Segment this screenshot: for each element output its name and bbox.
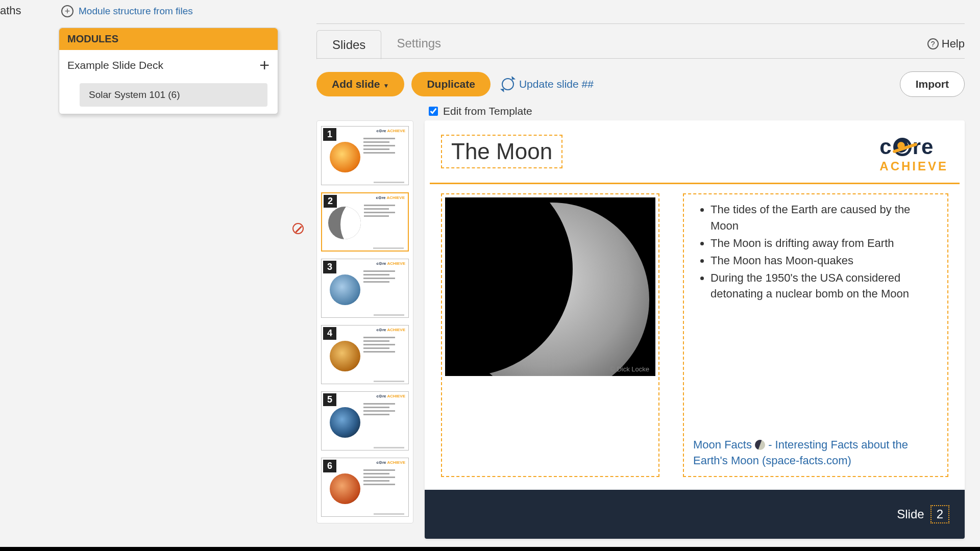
source-link[interactable]: Moon Facts - Interesting Facts about the… — [693, 437, 938, 469]
thumb-number: 3 — [323, 261, 336, 273]
slide-canvas: The Moon cre ACHIEVE © Dick Locke — [425, 120, 965, 539]
help-icon: ? — [927, 38, 939, 49]
slide-image-box[interactable]: © Dick Locke — [441, 193, 659, 477]
update-slide-link[interactable]: Update slide ## — [502, 78, 594, 90]
mini-logo: c⊙re ACHIEVE — [376, 195, 405, 200]
edit-template-row: Edit from Template — [429, 105, 965, 117]
plus-circle-icon: + — [61, 5, 74, 17]
top-divider — [316, 23, 965, 24]
thumb-6[interactable]: 6 c⊙re ACHIEVE — [321, 458, 409, 517]
help-link[interactable]: ? Help — [927, 37, 965, 51]
taskbar-edge — [0, 547, 980, 551]
edit-template-label: Edit from Template — [443, 105, 532, 117]
add-module-icon[interactable]: + — [259, 55, 270, 75]
brand-logo: cre ACHIEVE — [879, 135, 948, 173]
mini-image-sun — [330, 142, 360, 172]
bullet-item: The tides of the Earth are caused by the… — [710, 202, 938, 234]
thumb-2[interactable]: 2 c⊙re ACHIEVE — [321, 192, 409, 252]
tabs: Slides Settings — [316, 29, 456, 59]
duplicate-button[interactable]: Duplicate — [411, 72, 491, 96]
mini-image-planet — [330, 274, 360, 305]
thumb-1[interactable]: 1 c⊙re ACHIEVE — [321, 126, 409, 185]
submodule-solar-system[interactable]: Solar System 101 (6) — [80, 83, 267, 107]
tab-slides[interactable]: Slides — [316, 30, 381, 59]
bullet-item: The Moon has Moon-quakes — [710, 253, 938, 269]
image-credit: © Dick Locke — [610, 365, 649, 373]
bullet-item: The Moon is drifting away from Earth — [710, 235, 938, 252]
thumb-number: 6 — [323, 460, 336, 472]
mini-logo: c⊙re ACHIEVE — [376, 328, 405, 332]
nav-fragment: aths — [0, 4, 21, 17]
slide-title-input[interactable]: The Moon — [441, 135, 562, 168]
thumb-number: 1 — [323, 128, 336, 141]
toolbar: Add slide▼ Duplicate Update slide ## Imp… — [316, 71, 965, 97]
import-button[interactable]: Import — [900, 71, 965, 97]
slide-footer-label: Slide — [897, 507, 924, 521]
brand-core: cre — [879, 135, 948, 159]
mini-image-earth — [330, 407, 360, 438]
mini-image-venus — [330, 341, 360, 371]
module-item-deck[interactable]: Example Slide Deck + — [59, 50, 278, 80]
bullet-item: During the 1950's the USA considered det… — [710, 270, 938, 303]
no-drop-icon — [292, 223, 304, 234]
thumb-4[interactable]: 4 c⊙re ACHIEVE — [321, 325, 409, 384]
moon-image: © Dick Locke — [445, 197, 655, 376]
thumb-number: 4 — [323, 327, 336, 340]
mini-logo: c⊙re ACHIEVE — [376, 460, 405, 465]
module-structure-label[interactable]: Module structure from files — [79, 6, 193, 17]
bullet-list: The tides of the Earth are caused by the… — [693, 202, 938, 303]
thumb-3[interactable]: 3 c⊙re ACHIEVE — [321, 259, 409, 318]
tab-settings[interactable]: Settings — [381, 29, 456, 59]
slide-text-box[interactable]: The tides of the Earth are caused by the… — [683, 193, 948, 477]
modules-header: MODULES — [59, 28, 278, 50]
slide-footer: Slide 2 — [425, 490, 965, 539]
mini-logo: c⊙re ACHIEVE — [376, 261, 405, 266]
help-label: Help — [942, 37, 965, 51]
brand-achieve: ACHIEVE — [879, 159, 948, 173]
orb-icon — [893, 138, 912, 156]
slide-number[interactable]: 2 — [930, 505, 949, 523]
module-item-label: Example Slide Deck — [67, 59, 163, 71]
tabs-underline — [316, 58, 965, 59]
thumb-5[interactable]: 5 c⊙re ACHIEVE — [321, 391, 409, 450]
mini-logo: c⊙re ACHIEVE — [376, 394, 405, 398]
mini-image-mars — [330, 473, 360, 504]
moon-emoji-icon — [755, 440, 765, 450]
update-slide-label: Update slide ## — [519, 78, 594, 90]
thumbnail-strip: 1 c⊙re ACHIEVE 2 c⊙re ACHIEVE 3 c⊙re ACH… — [316, 120, 413, 523]
edit-template-checkbox[interactable] — [429, 107, 438, 116]
thumb-number: 5 — [323, 393, 336, 406]
mini-image-moon — [328, 207, 361, 239]
refresh-icon — [502, 78, 514, 90]
caret-down-icon: ▼ — [383, 82, 389, 89]
add-slide-button[interactable]: Add slide▼ — [316, 72, 404, 96]
thumb-number: 2 — [324, 195, 337, 208]
mini-logo: c⊙re ACHIEVE — [376, 129, 405, 133]
modules-panel: MODULES Example Slide Deck + Solar Syste… — [59, 28, 278, 114]
